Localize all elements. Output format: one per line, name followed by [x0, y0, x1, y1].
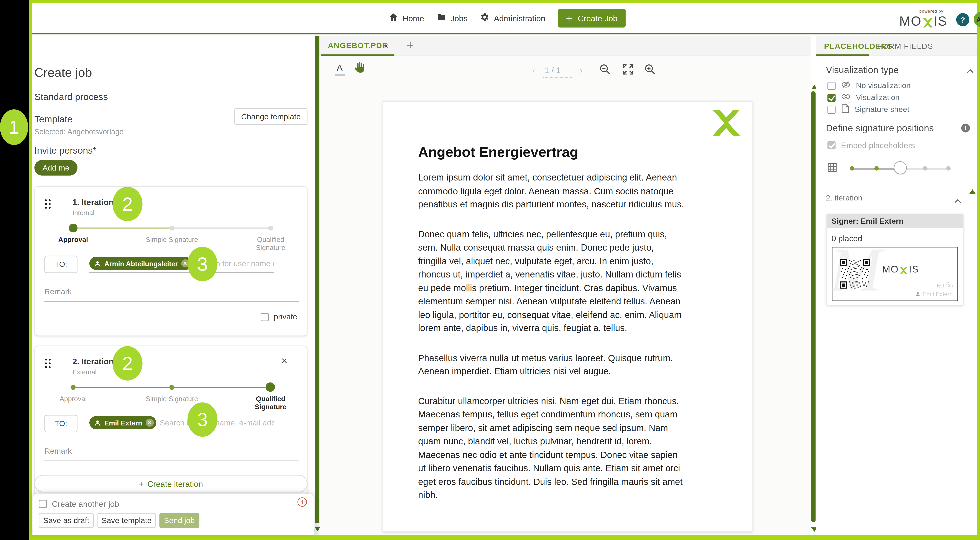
slider-tick[interactable] [923, 166, 927, 170]
page-indicator-dotted-underline [543, 78, 571, 78]
eu-label: EU [937, 282, 944, 288]
placed-count: 0 placed [832, 233, 862, 243]
nav-item-administration[interactable]: Administration [480, 13, 545, 24]
plus-icon: + [566, 13, 572, 24]
nav-label: Administration [494, 13, 545, 23]
eye-off-icon [841, 80, 850, 91]
nav-item-jobs[interactable]: Jobs [437, 13, 468, 24]
collapse-chevron-icon[interactable] [954, 195, 961, 206]
pdf-scrollbar-thumb[interactable] [811, 91, 815, 522]
signer-card-header: Signer: Emil Extern [827, 214, 963, 228]
step-label-approval[interactable]: Approval [45, 395, 101, 403]
signer-card: Signer: Emil Extern 0 placed M MO IS EU … [826, 214, 964, 305]
add-me-button[interactable]: Add me [34, 160, 78, 176]
fullscreen-icon[interactable] [622, 63, 634, 78]
define-signature-positions-title: Define signature positions [826, 122, 934, 133]
step-label-simple-signature[interactable]: Simple Signature [144, 395, 200, 403]
step-dot-qualified-signature[interactable] [268, 226, 273, 230]
step-dot-qualified-signature[interactable] [266, 383, 275, 392]
grid-icon[interactable] [827, 162, 837, 176]
create-job-button[interactable]: + Create Job [558, 9, 626, 27]
help-button[interactable]: ? [956, 13, 969, 26]
private-checkbox[interactable] [261, 313, 269, 321]
info-icon[interactable]: i [298, 497, 307, 507]
collapse-chevron-icon[interactable] [967, 65, 974, 76]
page-title: Create job [34, 65, 92, 80]
step-dot-simple-signature[interactable] [169, 226, 174, 230]
window-border-left [29, 0, 32, 540]
recipient-chip-label: Armin Abteilungsleiter [104, 260, 178, 267]
recipient-row: Armin Abteilungsleiter × [89, 254, 274, 273]
slider-tick[interactable] [874, 166, 878, 170]
info-icon[interactable]: i [961, 124, 970, 132]
text-tool-underline [335, 74, 345, 76]
document-tab-bar [319, 36, 811, 56]
nav-label: Home [402, 13, 424, 23]
tab-angebot-pdf[interactable]: ANGEBOT.PDF [328, 41, 387, 50]
user-avatar[interactable]: AH [974, 12, 980, 27]
signature-placeholder-preview[interactable]: M MO IS EU 2 Emil Extern [832, 247, 958, 301]
create-iteration-button[interactable]: + Create iteration [34, 475, 307, 492]
step-label-simple-signature[interactable]: Simple Signature [144, 236, 200, 244]
annotation-circle-3: 3 [188, 402, 218, 437]
zoom-in-icon[interactable] [643, 63, 656, 78]
recipient-chip[interactable]: Emil Extern × [89, 416, 156, 429]
slider-tick[interactable] [850, 166, 854, 170]
signer-name: Emil Extern [923, 291, 953, 297]
step-dot-approval[interactable] [70, 385, 76, 390]
main-nav: Home Jobs Administration + Create Job [389, 3, 626, 33]
send-job-button[interactable]: Send job [159, 513, 199, 528]
active-tab-underline [321, 54, 394, 56]
scroll-down-arrow-icon[interactable] [315, 527, 321, 531]
no-visualization-checkbox[interactable] [827, 82, 835, 90]
to-label-box: TO: [44, 256, 78, 273]
pdf-page[interactable]: Angebot Energievertrag Lorem ipsum dolor… [383, 101, 752, 532]
change-template-button[interactable]: Change template [234, 108, 307, 125]
close-tab-icon[interactable]: x [384, 41, 388, 50]
step-label-approval[interactable]: Approval [45, 236, 101, 244]
next-page-icon[interactable]: › [580, 65, 582, 75]
step-label-qualified-signature[interactable]: Qualified Signature [242, 395, 299, 411]
zoom-out-icon[interactable] [598, 63, 611, 78]
nav-label: Jobs [450, 13, 468, 23]
scroll-up-arrow-icon[interactable] [969, 189, 975, 194]
drag-handle-icon[interactable] [45, 359, 51, 368]
moxis-x-icon [922, 18, 933, 27]
drag-handle-icon[interactable] [45, 199, 51, 209]
remark-input[interactable] [44, 441, 299, 461]
option-visualization: Visualization [827, 92, 900, 103]
slider-tick[interactable] [946, 166, 950, 170]
home-icon [389, 13, 398, 24]
previous-page-icon[interactable]: ‹ [532, 65, 535, 75]
add-document-tab-button[interactable]: + [406, 38, 414, 52]
step-label-qualified-signature[interactable]: Qualified Signature [242, 236, 299, 252]
step-dot-simple-signature[interactable] [169, 385, 174, 390]
template-selected-text: Selected: Angebotsvorlage [34, 127, 124, 136]
document-paragraph: Lorem ipsum dolor sit amet, consectetuer… [418, 171, 685, 211]
recipient-chip-label: Emil Extern [104, 419, 142, 427]
person-icon [94, 419, 101, 427]
step-dot-approval[interactable] [69, 224, 78, 232]
left-panel-scrollbar-thumb[interactable] [315, 36, 319, 523]
nav-item-home[interactable]: Home [389, 13, 424, 24]
tab-form-fields[interactable]: FORM FIELDS [877, 42, 933, 51]
create-another-job-checkbox[interactable] [39, 500, 47, 508]
visualization-checkbox[interactable] [827, 94, 835, 102]
iteration-card-2: 2. Iteration External × Approval Simple … [34, 346, 307, 496]
size-slider-thumb[interactable] [893, 161, 907, 174]
recipient-row: Emil Extern × [89, 414, 274, 432]
page-indicator[interactable]: 1 / 1 [545, 65, 560, 75]
invite-persons-label: Invite persons* [34, 145, 96, 156]
remove-recipient-icon[interactable]: × [145, 419, 153, 427]
save-as-draft-button[interactable]: Save as draft [39, 513, 94, 528]
embed-placeholders-checkbox[interactable] [827, 141, 835, 149]
remark-input[interactable] [44, 282, 299, 302]
save-template-button[interactable]: Save template [97, 513, 156, 528]
text-annotation-tool[interactable]: A [335, 62, 345, 76]
close-icon[interactable]: × [281, 355, 288, 367]
annotation-circle-2: 2 [112, 346, 142, 381]
recipient-chip[interactable]: Armin Abteilungsleiter × [89, 257, 192, 270]
window-border-right [977, 0, 980, 540]
pan-hand-tool-icon[interactable] [353, 61, 366, 76]
signature-sheet-checkbox[interactable] [827, 105, 835, 113]
